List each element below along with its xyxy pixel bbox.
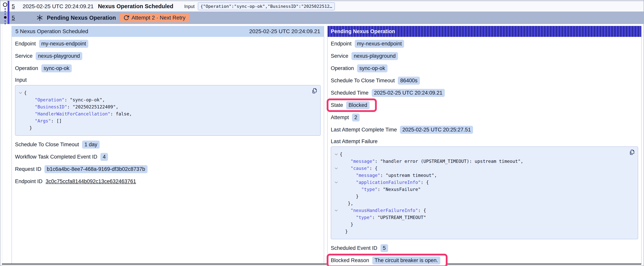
field-label: Last Attempt Complete Time [331, 127, 397, 133]
json-key: "Operation" [35, 96, 64, 103]
field-scheduled-event-id: Scheduled Event ID 5 [331, 243, 638, 253]
collapse-chevron-icon[interactable] [333, 153, 340, 155]
pending-nexus-operation-panel: Pending Nexus Operation Endpoint my-nexu… [327, 26, 642, 264]
field-value-chip: my-nexus-endpoint [39, 40, 88, 48]
json-text: : { [421, 179, 429, 186]
json-key: "BusinessID" [35, 103, 67, 110]
right-panel-title: Pending Nexus Operation [331, 29, 395, 35]
json-key: "type" [356, 214, 372, 221]
temporal-event-history-screen: 5 2025-02-25 UTC 20:24:09.21 Nexus Opera… [0, 0, 644, 266]
field-label: Scheduled Event ID [331, 245, 377, 251]
field-value-chip: 1 day [82, 141, 100, 149]
left-panel-title: 5 Nexus Operation Scheduled [16, 28, 88, 35]
json-text: } [350, 221, 353, 228]
event-id-link[interactable]: 5 [12, 15, 15, 21]
field-endpoint: Endpoint my-nexus-endpoint [331, 39, 638, 48]
field-last-attempt-complete-time: Last Attempt Complete Time 2025-02-25 UT… [331, 125, 638, 134]
field-label: Blocked Reason [331, 257, 369, 263]
field-attempt: Attempt 2 [331, 113, 638, 122]
timeline-dash [5, 11, 6, 12]
field-label: Endpoint [331, 41, 352, 47]
field-service: Service nexus-playground [331, 52, 638, 61]
field-value-chip: sync-op-ok [41, 64, 72, 72]
collapse-chevron-icon[interactable] [333, 210, 340, 211]
field-endpoint: Endpoint my-nexus-endpoint [15, 39, 321, 48]
json-key: "message" [350, 158, 375, 165]
json-key: "cause" [350, 165, 369, 172]
json-text: : "sync-op-ok", [64, 96, 105, 103]
field-value-chip: sync-op-ok [357, 64, 388, 72]
field-value-chip: nexus-playground [36, 52, 82, 60]
right-panel-header: Pending Nexus Operation [328, 26, 641, 37]
event-row-scheduled[interactable]: 5 2025-02-25 UTC 20:24:09.21 Nexus Opera… [0, 1, 644, 12]
field-label: State [331, 102, 343, 108]
json-text: { [340, 151, 342, 158]
field-request-id: Request ID b1c6a4bc-8ee7-468a-9169-df3b0… [15, 165, 321, 174]
retry-attempt-badge: Attempt 2 · Next Retry [120, 13, 189, 22]
field-label: Endpoint ID [15, 178, 42, 184]
event-input-preview-chip[interactable]: {"Operation":"sync-op-ok","BusinessID":"… [198, 2, 335, 10]
json-key: "Args" [35, 117, 51, 124]
json-text: : [] [51, 117, 62, 124]
field-operation: Operation sync-op-ok [15, 64, 321, 73]
field-label: Last Attempt Failure [331, 138, 378, 144]
endpoint-id-link[interactable]: 3c0c75ccfa8144b092c13ce632463761 [46, 178, 136, 184]
json-text: : "20250225122409", [67, 103, 118, 110]
field-value-chip: 2 [352, 114, 360, 122]
field-value-chip: 86400s [398, 77, 420, 85]
left-guide-line [2, 1, 2, 265]
field-label: Scheduled Time [331, 90, 368, 96]
event-name: Nexus Operation Scheduled [98, 3, 173, 10]
json-key: "HandlerWaitForCancellation" [35, 110, 110, 117]
collapse-chevron-icon[interactable] [17, 92, 24, 94]
field-value-chip: b1c6a4bc-8ee7-468a-9169-df3b02c8737b [44, 165, 147, 173]
timeline-dash [5, 13, 6, 15]
field-workflow-task-completed-event-id: Workflow Task Completed Event ID 4 [15, 152, 321, 161]
timeline-event-dot-selected[interactable] [3, 16, 7, 19]
json-text: } [356, 193, 359, 200]
field-schedule-to-close-timeout: Schedule To Close Timeout 1 day [15, 140, 321, 149]
field-label: Operation [331, 65, 354, 71]
json-text: : "NexusFailure" [378, 186, 421, 193]
state-annotation-highlight: State Blocked [327, 99, 377, 112]
nexus-asterisk-icon [36, 14, 43, 21]
event-detail-label: Input [184, 4, 194, 9]
json-text: : false, [110, 110, 132, 117]
timeline-dash [5, 23, 6, 24]
field-endpoint-id: Endpoint ID 3c0c75ccfa8144b092c13ce63246… [15, 177, 321, 186]
json-text: : "UPSTREAM_TIMEOUT" [372, 214, 426, 221]
collapse-chevron-icon[interactable] [333, 167, 340, 169]
pending-event-name: Pending Nexus Operation [47, 15, 116, 21]
field-label: Endpoint [15, 41, 36, 47]
state-value-chip: Blocked [346, 101, 370, 109]
field-value-chip: my-nexus-endpoint [355, 40, 404, 48]
blocked-reason-annotation-highlight: Blocked Reason The circuit breaker is op… [327, 254, 448, 266]
event-id-link[interactable]: 5 [12, 3, 15, 10]
json-key: "applicationFailureInfo" [356, 179, 421, 186]
field-input-label: Input [15, 76, 321, 84]
input-json-viewer: { "Operation": "sync-op-ok", "BusinessID… [15, 85, 321, 136]
selected-event-accent-bar [8, 1, 9, 24]
blocked-reason-value-chip: The circuit breaker is open. [372, 256, 440, 264]
timeline-event-dot-hollow[interactable] [3, 3, 7, 7]
field-operation: Operation sync-op-ok [331, 64, 638, 73]
field-label: Schedule To Close Timeout [15, 142, 79, 148]
left-panel-header: 5 Nexus Operation Scheduled 2025-02-25 U… [12, 26, 324, 37]
json-key: "type" [361, 186, 378, 193]
json-text: : { [418, 207, 426, 214]
field-scheduled-time: Scheduled Time 2025-02-25 UTC 20:24:09.2… [331, 88, 638, 98]
field-label: Request ID [15, 166, 41, 172]
copy-icon[interactable] [629, 149, 635, 155]
copy-icon[interactable] [311, 88, 318, 94]
field-value-chip: 2025-02-25 UTC 20:25:27.51 [400, 126, 473, 134]
collapse-chevron-icon[interactable] [333, 182, 340, 183]
left-panel-timestamp: 2025-02-25 UTC 20:24:09.21 [249, 28, 320, 35]
json-key: "nexusHandlerFailureInfo" [350, 207, 418, 214]
json-text: : "handler error (UPSTREAM_TIMEOUT): ups… [375, 158, 523, 165]
json-text: } [30, 124, 32, 131]
event-timestamp: 2025-02-25 UTC 20:24:09.21 [22, 3, 94, 10]
field-value-chip: 2025-02-25 UTC 20:24:09.21 [372, 89, 445, 97]
field-value-chip: 5 [380, 244, 388, 252]
field-value-chip: nexus-playground [352, 52, 398, 60]
event-row-pending[interactable]: 5 Pending Nexus Operation Attempt 2 · Ne… [0, 12, 644, 24]
